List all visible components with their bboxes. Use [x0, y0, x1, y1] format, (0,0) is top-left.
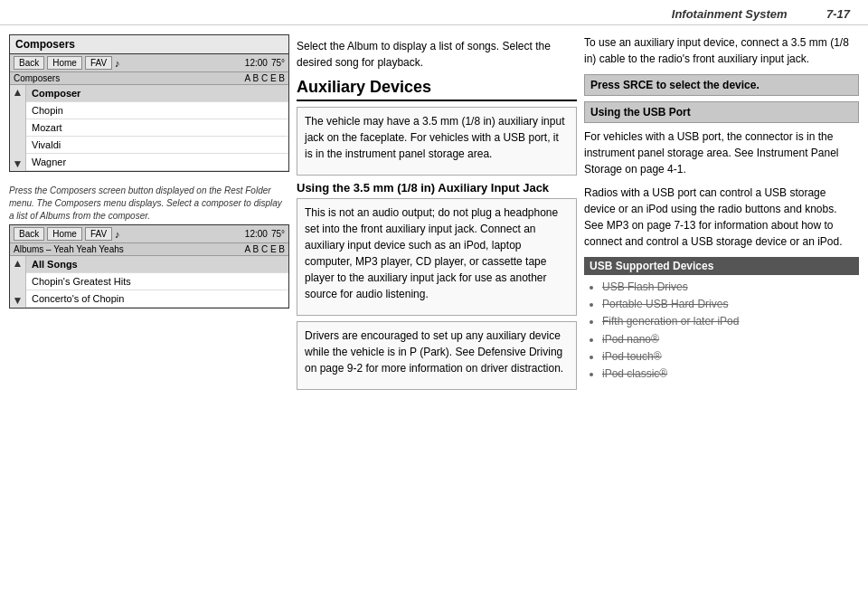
list-item[interactable]: Composer [26, 85, 288, 102]
composers-list-container: ▲ ▼ Composer Chopin Mozart Vivaldi Wagne… [10, 85, 288, 171]
usb-device-item: iPod touch® [602, 348, 859, 366]
aux-devices-text: The vehicle may have a 3.5 mm (1/8 in) a… [305, 113, 569, 162]
albums-list-container: ▲ ▼ All Songs Chopin's Greatest Hits Con… [10, 256, 288, 308]
composers-section: Composers Back Home FAV ♪ 12:00 75° Comp… [9, 34, 289, 172]
page-title: Infotainment System [672, 7, 788, 21]
list-item[interactable]: Vivaldi [26, 137, 288, 154]
right-column: To use an auxiliary input device, connec… [584, 34, 859, 395]
nav-home-button[interactable]: Home [47, 56, 82, 70]
albums-nav-clock: 12:00 [245, 229, 268, 239]
usb-device-item: iPod nano® [602, 331, 859, 348]
usb-device-item: Portable USB Hard Drives [602, 296, 859, 313]
nav-back-button[interactable]: Back [14, 56, 44, 70]
nav-temp: 75° [271, 58, 285, 68]
composers-caption: Press the Composers screen button displa… [9, 181, 289, 224]
usb-control-text: Radios with a USB port can control a USB… [584, 185, 859, 250]
aux-input-text: To use an auxiliary input device, connec… [584, 34, 859, 67]
driver-text: Drivers are encouraged to set up any aux… [305, 328, 569, 376]
aux-jack-text: This is not an audio output; do not plug… [305, 204, 569, 302]
list-item[interactable]: Mozart [26, 119, 288, 137]
usb-device-item: USB Flash Drives [602, 279, 859, 296]
press-srce-box: Press SRCE to select the device. [584, 74, 859, 96]
page-number: 7-17 [826, 7, 850, 21]
list-item[interactable]: Concerto's of Chopin [26, 290, 288, 308]
nav-time: 12:00 75° [245, 58, 285, 68]
usb-port-heading-box: Using the USB Port [584, 101, 859, 123]
albums-scroll-arrows: ▲ ▼ [10, 256, 26, 308]
usb-devices-list: USB Flash Drives Portable USB Hard Drive… [584, 279, 859, 383]
composers-list: Composer Chopin Mozart Vivaldi Wagner [26, 85, 288, 171]
albums-scroll-up-arrow[interactable]: ▲ [13, 258, 24, 269]
composers-nav-label: Composers A B C E B [10, 72, 288, 85]
albums-nav-home-button[interactable]: Home [47, 227, 82, 241]
usb-port-text: For vehicles with a USB port, the connec… [584, 128, 859, 177]
albums-nav-back-button[interactable]: Back [14, 227, 44, 241]
nav-fav-button[interactable]: FAV [85, 56, 112, 70]
scroll-arrows: ▲ ▼ [10, 85, 26, 171]
nav-clock: 12:00 [245, 58, 268, 68]
composers-nav-icons: A B C E B [245, 73, 285, 83]
list-item[interactable]: Chopin's Greatest Hits [26, 273, 288, 290]
albums-nav-time: 12:00 75° [245, 229, 285, 239]
aux-devices-info-box: The vehicle may have a 3.5 mm (1/8 in) a… [297, 107, 577, 176]
albums-nav-fav-button[interactable]: FAV [85, 227, 112, 241]
list-item[interactable]: All Songs [26, 256, 288, 273]
composers-title: Composers [10, 35, 288, 54]
albums-nav-temp: 75° [271, 229, 285, 239]
albums-section: Back Home FAV ♪ 12:00 75° Albums – Yeah … [9, 224, 289, 309]
albums-nav-label: Albums – Yeah Yeah Yeahs A B C E B [10, 243, 288, 256]
scroll-up-arrow[interactable]: ▲ [13, 87, 24, 98]
nav-music-icon: ♪ [115, 58, 120, 69]
albums-nav-bar: Back Home FAV ♪ 12:00 75° [10, 225, 288, 243]
albums-list: All Songs Chopin's Greatest Hits Concert… [26, 256, 288, 308]
usb-device-item: Fifth generation or later iPod [602, 313, 859, 330]
aux-jack-heading: Using the 3.5 mm (1/8 in) Auxiliary Inpu… [297, 181, 577, 195]
page-header: Infotainment System 7-17 [0, 0, 868, 25]
driver-info-box: Drivers are encouraged to set up any aux… [297, 321, 577, 390]
composers-nav-bar: Back Home FAV ♪ 12:00 75° [10, 54, 288, 72]
albums-scroll-down-arrow[interactable]: ▼ [13, 295, 24, 306]
aux-devices-heading: Auxiliary Devices [297, 78, 577, 101]
albums-nav-music-icon: ♪ [115, 229, 120, 240]
list-item[interactable]: Wagner [26, 154, 288, 171]
usb-supported-heading: USB Supported Devices [584, 257, 859, 275]
list-item[interactable]: Chopin [26, 102, 288, 119]
album-instruction-text: Select the Album to display a list of so… [297, 34, 577, 78]
left-column: Composers Back Home FAV ♪ 12:00 75° Comp… [9, 34, 289, 395]
middle-column: Select the Album to display a list of so… [297, 34, 577, 395]
main-content: Composers Back Home FAV ♪ 12:00 75° Comp… [0, 25, 868, 404]
albums-nav-icons: A B C E B [245, 244, 285, 254]
usb-device-item: iPod classic® [602, 366, 859, 383]
aux-jack-info-box: This is not an audio output; do not plug… [297, 198, 577, 316]
scroll-down-arrow[interactable]: ▼ [13, 158, 24, 169]
